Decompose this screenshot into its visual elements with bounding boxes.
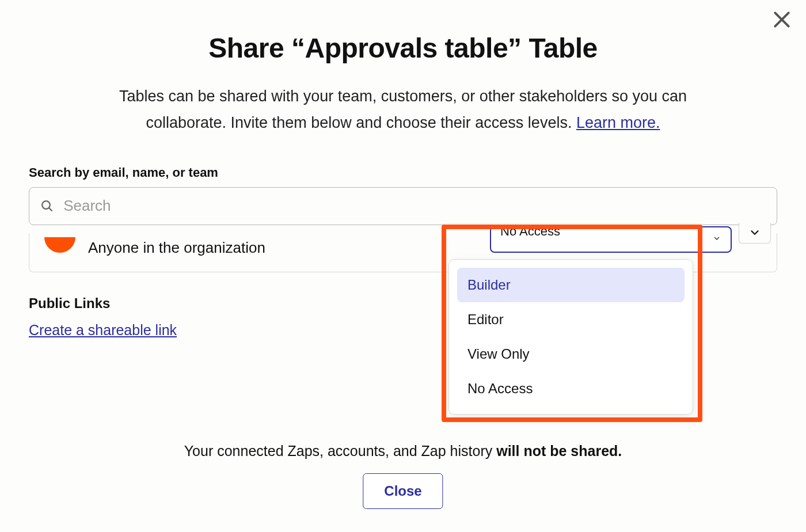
close-icon[interactable] <box>770 8 793 31</box>
access-select-value: No Access <box>500 226 560 239</box>
create-shareable-link[interactable]: Create a shareable link <box>29 322 177 338</box>
org-avatar-icon <box>44 237 75 253</box>
search-input[interactable] <box>63 197 766 215</box>
access-dropdown-menu: Builder Editor View Only No Access <box>448 259 693 415</box>
share-modal: Share “Approvals table” Table Tables can… <box>0 0 806 532</box>
learn-more-link[interactable]: Learn more. <box>576 114 660 131</box>
svg-line-3 <box>49 208 52 211</box>
access-option-builder[interactable]: Builder <box>457 268 685 302</box>
close-button[interactable]: Close <box>363 473 443 509</box>
footer-note: Your connected Zaps, accounts, and Zap h… <box>0 443 806 459</box>
access-select-group: No Access <box>490 226 771 253</box>
footer-note-emphasis: will not be shared. <box>496 443 622 459</box>
search-icon <box>40 199 54 214</box>
search-field-wrap[interactable] <box>29 187 777 225</box>
chevron-down-icon <box>712 231 721 241</box>
access-option-view-only[interactable]: View Only <box>457 337 685 371</box>
footer-note-text: Your connected Zaps, accounts, and Zap h… <box>184 443 496 459</box>
modal-subtitle: Tables can be shared with your team, cus… <box>86 83 720 136</box>
modal-title: Share “Approvals table” Table <box>29 32 777 64</box>
search-label: Search by email, name, or team <box>29 165 777 180</box>
expand-row-toggle[interactable] <box>739 223 771 244</box>
access-select[interactable]: No Access <box>490 226 732 253</box>
access-option-no-access[interactable]: No Access <box>457 371 685 406</box>
access-option-editor[interactable]: Editor <box>457 302 685 337</box>
